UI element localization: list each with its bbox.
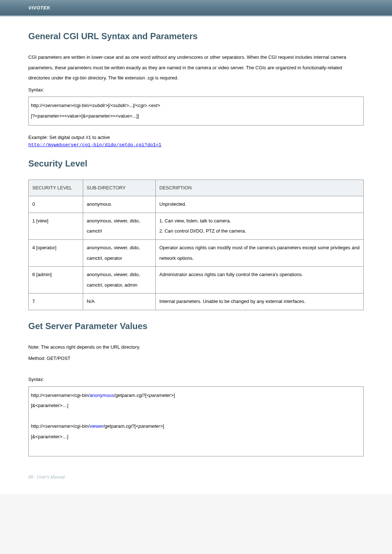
th-desc: DESCRIPTION <box>156 180 364 196</box>
table-row: 0 anonymous Unprotected. <box>29 196 364 213</box>
page-header: VIVOTEK <box>0 0 392 16</box>
syntax-line-2: [?<parameter>=<value>[&<parameter>=<valu… <box>31 111 361 122</box>
content: General CGI URL Syntax and Parameters CG… <box>0 17 392 456</box>
cell-desc: Internal parameters. Unable to be change… <box>156 294 364 310</box>
para-cgi-intro: CGI parameters are written in lower-case… <box>28 52 364 83</box>
syntax-blank <box>31 442 361 453</box>
table-header-row: SECURITY LEVEL SUB-DIRECTORY DESCRIPTION <box>29 180 364 196</box>
cell-level: 1 [view] <box>29 213 83 239</box>
syntax-line: [&<parameter>…] <box>31 401 361 411</box>
table-row: 4 [operator] anonymous, viewer, dido, ca… <box>29 239 364 266</box>
table-row: 7 N/A Internal parameters. Unable to be … <box>29 294 364 310</box>
footer-page-number: 88 - User's Manual <box>28 475 65 480</box>
example-link[interactable]: http://mywebserver/cgi-bin/dido/setdo.cg… <box>28 142 364 148</box>
cell-level: 4 [operator] <box>29 239 83 266</box>
method-text: Method: GET/POST <box>28 353 364 364</box>
syntax-label-1: Syntax: <box>28 85 364 95</box>
cell-subdir: anonymous, viewer, dido, camctrl, operat… <box>83 267 156 294</box>
page: VIVOTEK General CGI URL Syntax and Param… <box>0 0 392 494</box>
heading-security-level: Security Level <box>28 159 364 169</box>
cell-desc: 1. Can view, listen, talk to camera. 2. … <box>156 213 364 239</box>
cell-desc: Administrator access rights can fully co… <box>156 267 364 294</box>
cell-level: 7 <box>29 294 83 310</box>
syntax-box-2: http://<servername>/cgi-bin/anonymous/ge… <box>28 386 364 457</box>
cell-subdir: N/A <box>83 294 156 310</box>
th-level: SECURITY LEVEL <box>29 180 83 196</box>
table-row: 1 [view] anonymous, viewer, dido, camctr… <box>29 213 364 239</box>
syntax-line: http://<servername>/cgi-bin/anonymous/ge… <box>31 390 361 401</box>
cell-subdir: anonymous, viewer, dido, camctrl, operat… <box>83 239 156 266</box>
heading-general-cgi: General CGI URL Syntax and Parameters <box>28 31 364 41</box>
syntax-line: http://<servername>/cgi-bin/viewer/getpa… <box>31 421 361 432</box>
syntax-line: [&<parameter>…] <box>31 432 361 442</box>
security-table: SECURITY LEVEL SUB-DIRECTORY DESCRIPTION… <box>28 180 364 310</box>
table-row: 6 [admin] anonymous, viewer, dido, camct… <box>29 267 364 294</box>
cell-desc: Unprotected. <box>156 196 364 213</box>
heading-get-server-params: Get Server Parameter Values <box>28 321 364 331</box>
note-access-right: Note: The access right depends on the UR… <box>28 342 364 353</box>
page-footer: 88 - User's Manual <box>0 456 392 480</box>
syntax-box-1: http://<servername>/cgi-bin/<subdir>[/<s… <box>28 97 364 125</box>
syntax-line-1: http://<servername>/cgi-bin/<subdir>[/<s… <box>31 100 361 111</box>
cell-subdir: anonymous <box>83 196 156 213</box>
brand-text: VIVOTEK <box>28 5 50 11</box>
syntax-blank <box>31 411 361 422</box>
cell-desc: Operator access rights can modify most o… <box>156 239 364 266</box>
th-subdir: SUB-DIRECTORY <box>83 180 156 196</box>
cell-subdir: anonymous, viewer, dido, camctrl <box>83 213 156 239</box>
example-label: Example: Set digital output #1 to active <box>28 133 364 142</box>
cell-level: 0 <box>29 196 83 213</box>
syntax-label-2: Syntax: <box>28 374 364 385</box>
cell-level: 6 [admin] <box>29 267 83 294</box>
